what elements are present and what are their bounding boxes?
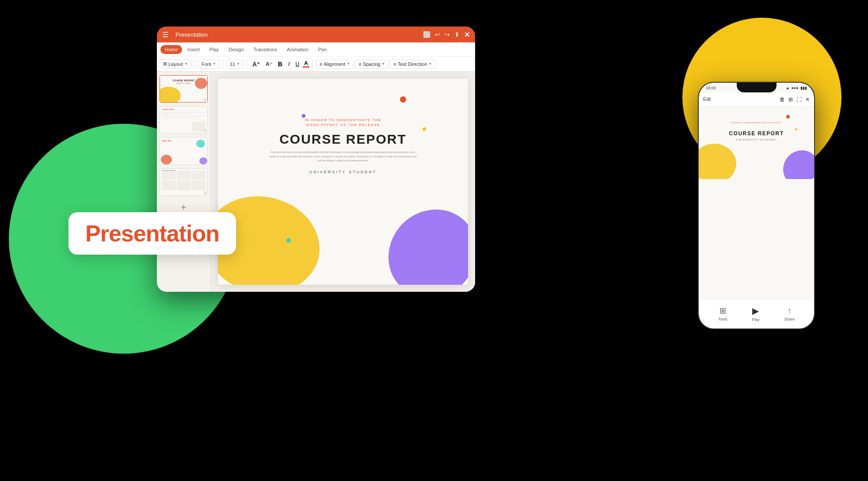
- slides-panel: COURSE REPORT UNIVERSITY STUDENT 1 CATAL…: [157, 72, 211, 292]
- alignment-button[interactable]: ≡ Alignment ▼: [316, 60, 354, 69]
- font-color-button[interactable]: A: [303, 60, 309, 68]
- slide-main-title: COURSE REPORT: [279, 132, 407, 147]
- phone-slide-subtitle: UNIVERSITY STUDENT: [736, 138, 777, 141]
- tab-insert[interactable]: Insert: [183, 45, 204, 54]
- slide-purple-shape: [388, 210, 468, 285]
- phone-toolbar: Edit 🗑 ⊞ ⛶ ✕: [699, 92, 814, 107]
- toolbar-divider-4: [312, 60, 313, 69]
- tab-transitions[interactable]: Transitions: [249, 45, 282, 54]
- tab-home[interactable]: Home: [160, 45, 182, 54]
- layout-button[interactable]: ⊞ Layout ▼: [160, 59, 191, 69]
- layout-icon: ⊞: [163, 61, 167, 67]
- phone-tools-label: Tools: [718, 317, 727, 321]
- slide-thumb-1-inner: COURSE REPORT UNIVERSITY STUDENT: [160, 76, 207, 102]
- slide-thumb-3-inner: PART ONE: [160, 137, 207, 164]
- slide-thumb-4-content: COURSE REPORT: [160, 169, 207, 195]
- phone-close-icon[interactable]: ✕: [805, 96, 810, 103]
- slide-thumb-4[interactable]: COURSE REPORT 4: [160, 168, 208, 196]
- font-grow-icon[interactable]: A⁺: [250, 60, 262, 69]
- share-icon[interactable]: ⬆: [454, 31, 460, 38]
- phone-battery-icon: ▮▮▮: [800, 86, 807, 90]
- slide-thumb-1[interactable]: COURSE REPORT UNIVERSITY STUDENT 1: [160, 75, 208, 103]
- text-direction-icon: ≡: [393, 61, 396, 67]
- font-caret-icon: ▼: [213, 62, 216, 66]
- thumb4-cell-6: [191, 181, 206, 190]
- spacing-caret-icon: ▼: [381, 62, 385, 66]
- tablet-nav-tabs: Home Insert Play Design Transitions Anim…: [157, 42, 475, 57]
- slide-thumb-1-content: COURSE REPORT UNIVERSITY STUDENT: [160, 76, 207, 102]
- phone-slide-top-text: IN ORDER TO DEMONSTRATE THE GOOD EFFECT: [731, 122, 782, 124]
- presentation-label-text: Presentation: [85, 221, 219, 246]
- thumb3-purple-shape: [199, 157, 207, 164]
- text-direction-button[interactable]: ≡ Text Direction ▼: [390, 60, 435, 69]
- phone-time: 18:00: [706, 86, 716, 90]
- undo-icon[interactable]: ↩: [435, 31, 440, 38]
- thumb4-cell-5: [177, 181, 191, 190]
- tablet-content-area: COURSE REPORT UNIVERSITY STUDENT 1 CATAL…: [157, 72, 475, 292]
- phone-fullscreen-icon[interactable]: ⛶: [796, 96, 802, 103]
- phone-bottom-bar: ⊞ Tools ▶ Play ↑ Share: [699, 298, 814, 328]
- font-size-value: 11: [230, 61, 235, 67]
- thumb2-catalogue: CATALOGUE: [162, 108, 175, 111]
- tab-play[interactable]: Play: [205, 45, 223, 54]
- main-slide-area: IN ORDER TO DEMONSTRATE THEGOOD EFFECT O…: [211, 72, 475, 292]
- toolbar-divider-3: [247, 60, 247, 69]
- slide-dot-purple: [302, 114, 305, 118]
- phone-tools-item[interactable]: ⊞ Tools: [718, 306, 727, 321]
- thumb2-line-4: [162, 117, 197, 118]
- phone-slide-dot-yellow: [795, 128, 797, 130]
- phone-slide-dot-orange: [786, 115, 790, 118]
- slide-body-text: Your text has been concise and beautiful…: [268, 150, 418, 163]
- thumb3-teal-shape: [196, 140, 205, 148]
- phone-notch: [737, 83, 777, 92]
- italic-button[interactable]: I: [286, 60, 292, 68]
- text-direction-caret-icon: ▼: [428, 62, 432, 66]
- phone-delete-icon[interactable]: 🗑: [780, 96, 785, 103]
- phone-play-item[interactable]: ▶ Play: [752, 305, 760, 322]
- slide-dot-yellow: [423, 127, 426, 131]
- phone-edit-button[interactable]: Edit: [703, 97, 711, 102]
- phone-slide-purple-shape: [783, 150, 814, 179]
- fontsize-caret-icon: ▼: [236, 62, 240, 66]
- slide-subtitle-top: IN ORDER TO DEMONSTRATE THEGOOD EFFECT O…: [305, 118, 381, 127]
- phone-device: 18:00 ▲ ●●● ▮▮▮ Edit 🗑 ⊞ ⛶ ✕: [698, 82, 815, 329]
- font-shrink-icon[interactable]: A⁻: [263, 60, 274, 68]
- bold-button[interactable]: B: [276, 60, 285, 69]
- alignment-icon: ≡: [320, 61, 322, 67]
- phone-wifi-icon: ▲: [786, 86, 790, 90]
- thumb2-line-3: [162, 115, 206, 116]
- redo-icon[interactable]: ↪: [445, 31, 450, 38]
- spacing-button[interactable]: ≡ Spacing ▼: [355, 60, 388, 69]
- slide-thumb-3[interactable]: PART ONE 3: [160, 137, 208, 164]
- phone-signal-icon: ●●●: [792, 86, 799, 90]
- thumb1-orange-shape: [195, 78, 207, 89]
- phone-play-icon: ▶: [752, 305, 759, 316]
- layout-label: Layout: [168, 61, 183, 67]
- slide-num-2: 2: [204, 129, 206, 132]
- thumb4-grid: [162, 171, 206, 190]
- phone-share-item[interactable]: ↑ Share: [784, 306, 795, 321]
- thumb4-cell-3: [191, 171, 206, 180]
- tab-pen[interactable]: Pen: [314, 45, 331, 54]
- layout-caret-icon: ▼: [184, 62, 188, 66]
- phone-screen: 18:00 ▲ ●●● ▮▮▮ Edit 🗑 ⊞ ⛶ ✕: [699, 83, 814, 328]
- font-button[interactable]: Font ▼: [198, 60, 220, 69]
- close-icon[interactable]: ✕: [464, 31, 470, 39]
- slide-thumb-3-content: PART ONE: [160, 137, 207, 164]
- slide-thumb-4-inner: COURSE REPORT: [160, 169, 207, 195]
- underline-button[interactable]: U: [293, 60, 302, 68]
- phone-grid-icon[interactable]: ⊞: [788, 96, 793, 103]
- menu-icon[interactable]: ☰: [162, 31, 168, 39]
- thumb3-label: PART ONE: [162, 140, 171, 142]
- font-size-button[interactable]: 11 ▼: [226, 60, 244, 69]
- tablet-icon[interactable]: ⬜: [423, 31, 430, 38]
- tab-design[interactable]: Design: [224, 45, 248, 54]
- thumb4-cell-1: [162, 171, 176, 180]
- slide-canvas: IN ORDER TO DEMONSTRATE THEGOOD EFFECT O…: [218, 79, 468, 285]
- tab-animation[interactable]: Animation: [282, 45, 313, 54]
- phone-slide-yellow-shape: [699, 144, 736, 179]
- thumb2-line-1: [162, 112, 206, 113]
- slide-thumb-2[interactable]: CATALOGUE 2: [160, 106, 208, 134]
- tablet-toolbar: ⊞ Layout ▼ Font ▼ 11 ▼ A⁺ A⁻ B I U A ≡: [157, 57, 475, 72]
- phone-slide-title: COURSE REPORT: [729, 130, 784, 137]
